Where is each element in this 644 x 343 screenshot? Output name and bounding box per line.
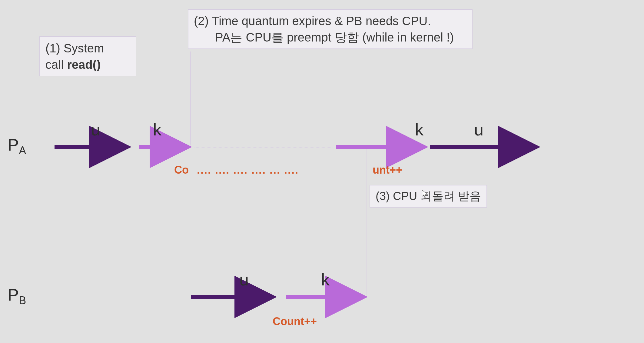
arrow-pb-u [191,291,279,303]
guide-line-1 [130,78,130,145]
guide-line-2 [190,52,191,145]
arrow-pa-k1 [139,141,194,153]
count-dots: .... .... .... .... ... .... [197,164,299,176]
box1-line1: (1) System [45,42,104,55]
process-b-p: P [8,285,19,304]
cursor-icon [421,189,430,198]
label-pa-k2: k [415,120,423,139]
arrow-pa-u1 [55,141,133,153]
arrow-pa-u2 [430,141,542,153]
box1-line2a: call [45,58,67,71]
process-a-p: P [8,135,19,154]
label-pa-k1: k [153,120,161,139]
box1-line2b: read() [67,58,101,71]
dotted-line-pa-gap [194,147,333,148]
count-right: unt++ [373,164,402,176]
arrow-pa-k2 [336,141,430,153]
count-left: Co [174,164,189,176]
annotation-box-2: (2) Time quantum expires & PB needs CPU.… [188,9,473,49]
label-pb-u: u [239,270,249,289]
label-pb-k: k [321,270,330,289]
process-a-label: PA [8,135,26,157]
diagram-stage: (1) System call read() (2) Time quantum … [0,0,644,343]
process-b-sub: B [19,294,26,307]
label-pa-u2: u [474,120,483,139]
annotation-box-1: (1) System call read() [39,36,136,76]
count-full: Count++ [273,315,317,328]
process-a-sub: A [19,144,26,157]
box2-line2: PA는 CPU를 preempt 당함 (while in kernel !) [194,29,466,45]
box2-line1: (2) Time quantum expires & PB needs CPU. [194,13,466,29]
label-pa-u1: u [91,120,100,139]
arrow-pb-k [286,291,370,303]
process-b-label: PB [8,285,26,307]
guide-line-3 [367,147,367,295]
